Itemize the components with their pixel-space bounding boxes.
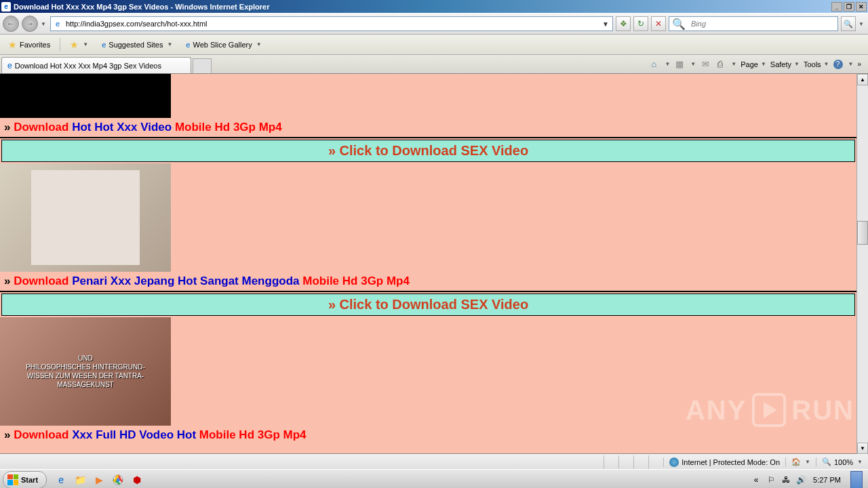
stop-button[interactable]: ✕ [651,16,666,31]
search-bar[interactable]: 🔍 [669,16,838,31]
zoom-value: 100% [834,458,853,466]
zoom-icon: 🔍 [822,458,831,466]
close-button[interactable]: ✕ [856,2,867,12]
search-provider-dropdown[interactable]: ▼ [859,21,865,27]
status-cell [618,455,633,469]
new-tab-button[interactable] [193,58,212,73]
help-icon[interactable]: ? [833,60,843,69]
download-cta-button[interactable]: » Click to Download SEX Video [1,293,855,316]
add-favorite-button[interactable]: ★ ▼ [66,38,92,52]
star-add-icon: ★ [70,39,79,50]
suggested-sites-button[interactable]: e Suggested Sites ▼ [98,39,176,50]
scroll-thumb[interactable] [857,221,868,245]
video-suffix: Mobile Hd 3Gp Mp4 [199,428,307,441]
browser-tab[interactable]: e Download Hot Xxx Xxx Mp4 3gp Sex Video… [1,57,191,73]
safety-menu[interactable]: Safety ▼ [770,60,800,68]
ie-icon: e [1,2,11,12]
video-link[interactable]: » Download Xxx Full HD Vodeo Hot Mobile … [0,426,856,445]
refresh-button[interactable]: ↻ [633,16,648,31]
show-desktop-button[interactable] [850,471,863,489]
flag-icon[interactable]: ⚐ [766,474,776,485]
zone-label: Internet | Protected Mode: On [682,458,780,466]
network-icon[interactable]: 🖧 [781,474,791,485]
explorer-taskbar-icon[interactable]: 📁 [73,472,87,487]
nav-history-dropdown[interactable]: ▼ [41,21,47,27]
security-icon[interactable]: ⬢ [130,472,144,487]
video-link[interactable]: » Download Hot Hot Xxx Video Mobile Hd 3… [0,118,856,137]
video-item: » Download Penari Xxx Jepang Hot Sangat … [0,163,856,292]
vertical-scrollbar[interactable]: ▲ ▼ [856,74,868,454]
suggested-label: Suggested Sites [108,41,163,49]
ie-small-icon: e [102,41,106,49]
video-thumbnail[interactable]: UND PHILOSOPHISCHES HINTERGRUND- WISSEN … [0,317,171,426]
window-title: Download Hot Xxx Xxx Mp4 3gp Sex Videos … [14,3,831,11]
search-go-button[interactable]: 🔍 [841,16,856,31]
tab-title: Download Hot Xxx Xxx Mp4 3gp Sex Videos [15,62,161,70]
video-suffix: Mobile Hd 3Gp Mp4 [175,121,282,134]
ie-small-icon: e [186,41,190,49]
address-bar[interactable]: e ▼ [50,16,613,31]
chevron-down-icon: ▼ [794,61,800,67]
security-zone[interactable]: Internet | Protected Mode: On [663,458,785,467]
video-thumbnail[interactable] [0,74,171,118]
ie-taskbar-icon[interactable]: e [54,472,68,487]
page-menu[interactable]: Page ▼ [741,60,766,68]
chevron-down-icon[interactable]: ▼ [690,61,696,67]
video-title: Penari Xxx Jepang Hot Sangat Menggoda [72,274,299,287]
status-cell [633,455,648,469]
favorites-bar: ★ Favorites ★ ▼ e Suggested Sites ▼ e We… [0,35,868,55]
page-label: Page [741,60,758,68]
home-icon[interactable]: ⌂ [648,59,659,70]
volume-icon[interactable]: 🔊 [795,474,806,485]
start-button[interactable]: Start [3,471,47,489]
chevron-down-icon[interactable]: ▼ [848,61,854,67]
tab-bar: e Download Hot Xxx Xxx Mp4 3gp Sex Video… [0,55,868,74]
scroll-down-button[interactable]: ▼ [857,443,868,454]
webslice-label: Web Slice Gallery [193,41,252,49]
forward-button[interactable]: → [22,16,38,32]
divider [60,38,60,52]
chevron-down-icon: ▼ [824,61,829,67]
download-cta-button[interactable]: » Click to Download SEX Video [1,140,855,162]
chevron-down-icon: ▼ [256,41,262,47]
back-button[interactable]: ← [3,16,19,32]
search-input[interactable] [688,20,837,28]
print-icon[interactable]: ⎙ [715,59,726,70]
chevron-down-icon[interactable]: ▼ [665,61,670,67]
system-tray: « ⚐ 🖧 🔊 5:27 PM [745,471,868,489]
url-input[interactable] [63,20,600,28]
navigation-bar: ← → ▼ e ▼ ❖ ↻ ✕ 🔍 🔍 ▼ [0,13,868,35]
download-label: Download [14,121,68,134]
status-bar: Internet | Protected Mode: On 🏠 ▼ 🔍 100%… [0,454,868,469]
command-bar: ⌂ ▼ ▦ ▼ ✉ ⎙ ▼ Page ▼ Safety ▼ Tools ▼ ? … [643,55,867,73]
favorites-button[interactable]: ★ Favorites [4,38,54,52]
download-label: Download [14,428,68,441]
favorites-label: Favorites [20,41,50,49]
feeds-icon[interactable]: ▦ [674,59,685,70]
quick-launch: e 📁 ▶ ⬢ [50,472,149,487]
status-cell [604,455,618,469]
media-player-icon[interactable]: ▶ [92,472,106,487]
address-dropdown[interactable]: ▼ [600,20,611,28]
chevron-down-icon: ▼ [857,459,863,465]
chrome-icon[interactable] [111,472,125,487]
video-link[interactable]: » Download Penari Xxx Jepang Hot Sangat … [0,272,856,291]
show-hidden-icon[interactable]: « [751,474,762,485]
tools-menu[interactable]: Tools ▼ [804,60,829,68]
mail-icon[interactable]: ✉ [700,59,711,70]
page-content: » Download Hot Hot Xxx Video Mobile Hd 3… [0,74,856,454]
compat-view-button[interactable]: ❖ [616,16,631,31]
web-slice-button[interactable]: e Web Slice Gallery ▼ [182,39,265,50]
expand-chevrons-icon[interactable]: » [857,60,861,68]
maximize-button[interactable]: ❐ [844,2,854,12]
minimize-button[interactable]: _ [831,2,842,12]
protected-mode-toggle[interactable]: 🏠 ▼ [785,458,816,466]
chevron-down-icon[interactable]: ▼ [731,61,736,67]
video-title: Xxx Full HD Vodeo Hot [72,428,196,441]
clock[interactable]: 5:27 PM [810,476,844,484]
thumb-overlay-text: UND PHILOSOPHISCHES HINTERGRUND- WISSEN … [19,354,152,389]
scroll-track[interactable] [857,85,868,443]
scroll-up-button[interactable]: ▲ [857,74,868,85]
zoom-control[interactable]: 🔍 100% ▼ [816,458,868,466]
video-thumbnail[interactable] [0,163,171,272]
